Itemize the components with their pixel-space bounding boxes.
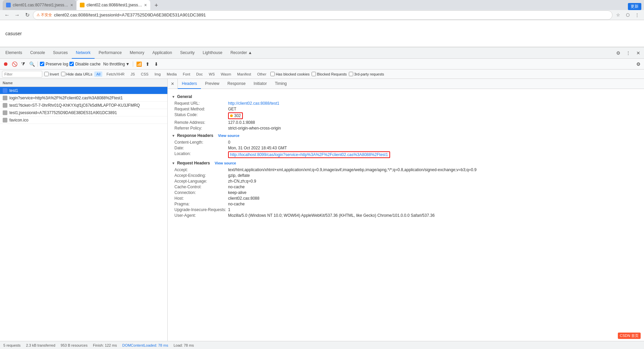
devtools-toolbar: ⏺ 🚫 ⧩ 🔍 Preserve log Disable cache No th… xyxy=(0,59,644,69)
page-title: casuser xyxy=(5,31,22,36)
date-value: Mon, 31 Oct 2022 18:45:43 GMT xyxy=(228,146,287,150)
back-button[interactable]: ← xyxy=(3,11,11,19)
has-blocked-cookies-checkbox[interactable]: Has blocked cookies xyxy=(270,72,310,76)
filter-media-btn[interactable]: Media xyxy=(165,71,179,77)
preserve-log-checkbox[interactable]: Preserve log xyxy=(40,62,68,66)
tab-security[interactable]: Security xyxy=(176,47,199,59)
filter-js-btn[interactable]: JS xyxy=(128,71,137,77)
detail-tab-response[interactable]: Response xyxy=(223,79,250,89)
filter-manifest-btn[interactable]: Manifest xyxy=(235,71,253,77)
csdn-button[interactable]: CSDN 首页 xyxy=(618,333,641,339)
network-item-1[interactable]: test1 xyxy=(0,87,167,94)
invert-input[interactable] xyxy=(44,72,49,76)
tab-close-1[interactable]: × xyxy=(70,2,73,8)
search-icon[interactable]: 🔍 xyxy=(28,60,36,68)
status-code-value: 302 xyxy=(228,112,243,119)
response-view-source[interactable]: View source xyxy=(218,134,239,138)
detail-tab-initiator[interactable]: Initiator xyxy=(250,79,271,89)
filter-css-btn[interactable]: CSS xyxy=(139,71,151,77)
browser-tab-1[interactable]: client01.cas:8077/test1;jsessio... × xyxy=(3,0,76,10)
connection-key: Connection: xyxy=(174,190,228,195)
filter-all-btn[interactable]: All xyxy=(94,71,102,77)
extensions-button[interactable]: ⬡ xyxy=(623,11,632,19)
network-item-4[interactable]: test1;jsessionid=A7E377525D9DA6E38DE531A… xyxy=(0,109,167,116)
devtools-filter: Invert Hide data URLs All Fetch/XHR JS C… xyxy=(0,69,644,79)
detail-tab-preview[interactable]: Preview xyxy=(201,79,223,89)
host-key: Host: xyxy=(174,196,228,201)
devtools-settings-icon[interactable]: ⚙ xyxy=(614,49,623,57)
hide-data-urls-input[interactable] xyxy=(61,72,65,76)
item-icon-5 xyxy=(3,118,7,122)
filter-doc-btn[interactable]: Doc xyxy=(194,71,205,77)
blocked-requests-checkbox[interactable]: Blocked Requests xyxy=(312,72,347,76)
third-party-input[interactable] xyxy=(349,72,353,76)
menu-button[interactable]: ⋮ xyxy=(633,11,641,19)
browser-chrome: client01.cas:8077/test1;jsessio... × cli… xyxy=(0,0,644,20)
disable-cache-checkbox[interactable]: Disable cache xyxy=(69,62,100,66)
filter-input[interactable] xyxy=(2,71,42,78)
transferred-size: 2.3 kB transferred xyxy=(26,343,55,347)
tab-lighthouse[interactable]: Lighthouse xyxy=(199,47,226,59)
export-icon[interactable]: ⬇ xyxy=(153,60,160,68)
detail-content: General Request URL: http://client02.cas… xyxy=(168,89,644,341)
throttling-dropdown[interactable]: No throttling ▼ xyxy=(102,61,131,67)
filter-img-btn[interactable]: Img xyxy=(153,71,163,77)
remote-address-value: 127.0.0.1:8088 xyxy=(228,120,255,125)
filter-other-btn[interactable]: Other xyxy=(255,71,269,77)
devtools-close-icon[interactable]: ✕ xyxy=(634,49,643,57)
item-name-4: test1;jsessionid=A7E377525D9DA6E38DE531A… xyxy=(9,110,165,115)
network-item-5[interactable]: favicon.ico xyxy=(0,116,167,124)
settings-icon[interactable]: ⚙ xyxy=(635,60,642,68)
tab-application[interactable]: Application xyxy=(148,47,176,59)
import-icon[interactable]: ⬆ xyxy=(144,60,151,68)
hide-data-urls-checkbox[interactable]: Hide data URLs xyxy=(61,72,93,76)
blocked-requests-input[interactable] xyxy=(312,72,316,76)
response-headers-section-header[interactable]: Response Headers View source xyxy=(172,133,640,138)
filter-icon[interactable]: ⧩ xyxy=(19,60,27,68)
forward-button[interactable]: → xyxy=(13,11,21,19)
devtools: Elements Console Sources Network Perform… xyxy=(0,47,644,349)
update-button[interactable]: 更新 xyxy=(628,3,641,10)
browser-tab-2[interactable]: client02.cas:8088/test1;jsessio... × xyxy=(76,0,150,10)
refresh-button[interactable]: ↻ xyxy=(23,11,32,19)
tab-elements[interactable]: Elements xyxy=(1,47,26,59)
status-code-key: Status Code: xyxy=(174,112,228,117)
pragma-value: no-cache xyxy=(228,202,245,206)
network-item-3[interactable]: test1?ticket=ST-7-0hrRhr01Q-KhKYXqf1jC67… xyxy=(0,102,167,109)
disable-cache-input[interactable] xyxy=(69,62,74,66)
tab-network[interactable]: Network xyxy=(72,47,95,59)
detail-tab-headers[interactable]: Headers xyxy=(178,79,201,89)
tab-performance[interactable]: Performance xyxy=(95,47,126,59)
devtools-more-icon[interactable]: ⋮ xyxy=(624,49,633,57)
tab-memory[interactable]: Memory xyxy=(126,47,148,59)
address-bar[interactable]: ⚠ 不安全 client02.cas:8088/test1;jsessionId… xyxy=(33,10,612,20)
filter-wasm-btn[interactable]: Wasm xyxy=(219,71,233,77)
filter-fetch-xhr-btn[interactable]: Fetch/XHR xyxy=(104,71,126,77)
preserve-log-input[interactable] xyxy=(40,62,44,66)
invert-checkbox[interactable]: Invert xyxy=(44,72,59,76)
general-section-header[interactable]: General xyxy=(172,94,640,99)
tab-sources[interactable]: Sources xyxy=(49,47,72,59)
filter-font-btn[interactable]: Font xyxy=(181,71,192,77)
tab-close-2[interactable]: × xyxy=(144,2,147,8)
detail-tab-timing[interactable]: Timing xyxy=(271,79,291,89)
record-button[interactable]: ⏺ xyxy=(2,60,9,68)
filter-ws-btn[interactable]: WS xyxy=(207,71,217,77)
detail-panel-close[interactable]: × xyxy=(168,79,178,89)
wifi-icon[interactable]: 📶 xyxy=(135,60,143,68)
request-view-source[interactable]: View source xyxy=(215,161,236,165)
item-icon-1 xyxy=(3,88,7,93)
finish-time: Finish: 122 ms xyxy=(93,343,117,347)
third-party-checkbox[interactable]: 3rd-party requests xyxy=(349,72,384,76)
new-tab-button[interactable]: + xyxy=(152,1,161,10)
clear-button[interactable]: 🚫 xyxy=(11,60,18,68)
has-blocked-cookies-input[interactable] xyxy=(270,72,275,76)
network-item-2[interactable]: login?service=http%3A%2F%2Fclient02.cas%… xyxy=(0,94,167,102)
tab-favicon-1 xyxy=(6,3,11,7)
bookmark-button[interactable]: ☆ xyxy=(614,11,623,19)
tab-console[interactable]: Console xyxy=(26,47,49,59)
user-agent-row: User-Agent: Mozilla/5.0 (Windows NT 10.0… xyxy=(172,213,640,218)
tab-recorder[interactable]: Recorder ▲ xyxy=(226,47,256,59)
request-url-row: Request URL: http://client02.cas:8088/te… xyxy=(172,101,640,106)
request-headers-section-header[interactable]: Request Headers View source xyxy=(172,161,640,165)
